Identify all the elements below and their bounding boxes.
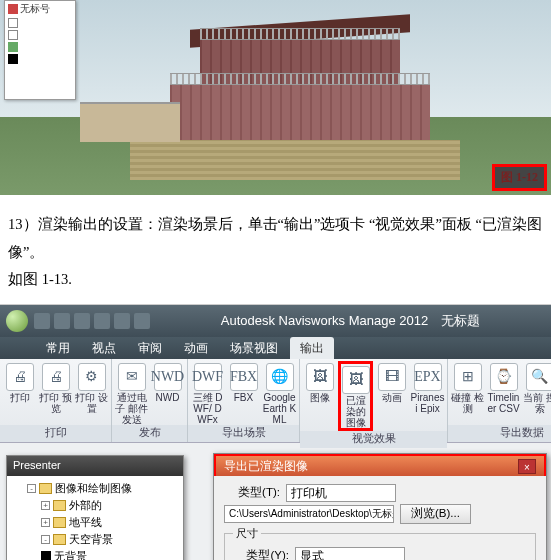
ribbon-group-导出场景: DWF三维 DWF/ DWFxFBXFBX🌐Google Earth KML导出… <box>188 359 300 442</box>
qat-icon[interactable] <box>114 313 130 329</box>
tree-item[interactable]: -天空背景 <box>13 531 177 548</box>
qat-icon[interactable] <box>74 313 90 329</box>
instr-line-1: 13）渲染输出的设置：渲染场景后，单击“输出”选项卡 “视觉效果”面板 “已渲染… <box>8 211 543 266</box>
ribbon-tabs: 常用视点审阅动画场景视图输出 <box>0 337 551 359</box>
expand-icon[interactable]: + <box>41 518 50 527</box>
ribbon-button-label: 三维 DWF/ DWFx <box>190 392 225 425</box>
ribbon-button-label: 打印 设置 <box>74 392 109 414</box>
tab-输出[interactable]: 输出 <box>290 337 334 359</box>
mini-item-label: 无标号 <box>20 2 50 16</box>
expand-icon[interactable]: - <box>41 535 50 544</box>
ribbon-icon: ⌚ <box>490 363 518 391</box>
tree-item-label: 天空背景 <box>69 532 113 547</box>
ribbon-button[interactable]: 🔍当前 搜索 <box>522 361 551 425</box>
ribbon-icon: 🔍 <box>526 363 552 391</box>
ribbon-group-name: 打印 <box>0 425 111 442</box>
ribbon-group-导出数据: ⊞碰撞 检测⌚Timeliner CSV🔍当前 搜索📋视点 集导出数据 <box>448 359 551 442</box>
ribbon-group-视觉效果: 🖼图像🖼已渲染的 图像🎞动画EPXPiranesi Epix视觉效果 <box>300 359 448 442</box>
rendered-house-figure: 无标号 图 1-12 <box>0 0 551 195</box>
ribbon-icon: 🌐 <box>266 363 294 391</box>
tab-常用[interactable]: 常用 <box>36 337 80 359</box>
ribbon-icon: DWF <box>194 363 222 391</box>
titlebar: Autodesk Navisworks Manage 2012 无标题 <box>0 305 551 337</box>
ribbon-icon: NWD <box>154 363 182 391</box>
qat-icon[interactable] <box>134 313 150 329</box>
tree-item[interactable]: +地平线 <box>13 514 177 531</box>
folder-icon <box>41 551 51 560</box>
folder-icon <box>53 500 66 511</box>
presenter-panel: Presenter -图像和绘制图像+外部的+地平线-天空背景无背景 渲染 停止 <box>6 455 184 560</box>
close-icon[interactable]: × <box>518 459 536 474</box>
ribbon-icon: FBX <box>230 363 258 391</box>
instr-line-2: 如图 1-13. <box>8 266 543 294</box>
ribbon-button-label: 打印 <box>10 392 30 403</box>
ribbon-group-发布: ✉通过电子 邮件发送NWDNWD发布 <box>112 359 188 442</box>
tab-动画[interactable]: 动画 <box>174 337 218 359</box>
ribbon-button[interactable]: 🎞动画 <box>374 361 409 431</box>
path-field[interactable]: C:\Users\Administrator\Desktop\无标题.nwf <box>224 505 394 523</box>
ribbon-button-label: 已渲染的 图像 <box>341 395 370 428</box>
tree-item[interactable]: -图像和绘制图像 <box>13 480 177 497</box>
size-legend: 尺寸 <box>233 526 261 541</box>
size-type-label: 类型(Y): <box>233 548 289 560</box>
tree-item[interactable]: 无背景 <box>13 548 177 560</box>
app-menu-orb[interactable] <box>6 310 28 332</box>
ribbon-group-name: 导出场景 <box>188 425 299 442</box>
ribbon-button[interactable]: ⚙打印 设置 <box>74 361 109 425</box>
ribbon-button-label: 图像 <box>310 392 330 403</box>
ribbon-button[interactable]: 🖨打印 <box>2 361 37 425</box>
tree-item[interactable]: +外部的 <box>13 497 177 514</box>
ribbon-icon: 🖨 <box>42 363 70 391</box>
ribbon-icon: 🖨 <box>6 363 34 391</box>
tree-item-label: 图像和绘制图像 <box>55 481 132 496</box>
mini-tree-panel: 无标号 <box>4 0 76 100</box>
ribbon-button[interactable]: NWDNWD <box>150 361 185 425</box>
ribbon-icon: EPX <box>414 363 442 391</box>
size-fieldset: 尺寸 类型(Y): 显式 宽度(W): 680 高度(H): 547 确定 <box>224 526 536 560</box>
ribbon-group-name: 导出数据 <box>448 425 551 442</box>
qat-icon[interactable] <box>34 313 50 329</box>
expand-icon[interactable]: - <box>27 484 36 493</box>
ribbon-button[interactable]: 🌐Google Earth KML <box>262 361 297 425</box>
ribbon-group-name: 发布 <box>112 425 187 442</box>
ribbon-button-label: 碰撞 检测 <box>450 392 485 414</box>
presenter-title: Presenter <box>7 456 183 476</box>
ribbon-button-label: NWD <box>156 392 180 403</box>
tab-视点[interactable]: 视点 <box>82 337 126 359</box>
app-title: Autodesk Navisworks Manage 2012 无标题 <box>156 312 545 330</box>
figure-label-top: 图 1-12 <box>492 164 547 191</box>
ribbon-button-label: Google Earth KML <box>262 392 297 425</box>
ribbon-group-name: 视觉效果 <box>300 431 447 448</box>
ribbon-icon: 🎞 <box>378 363 406 391</box>
ribbon-button[interactable]: ✉通过电子 邮件发送 <box>114 361 149 425</box>
presenter-tree[interactable]: -图像和绘制图像+外部的+地平线-天空背景无背景 <box>7 476 183 560</box>
ribbon-button[interactable]: 🖼已渲染的 图像 <box>338 361 373 431</box>
size-type-dropdown[interactable]: 显式 <box>295 547 405 560</box>
quick-access-toolbar[interactable] <box>34 313 150 329</box>
ribbon-button[interactable]: ⌚Timeliner CSV <box>486 361 521 425</box>
type-dropdown[interactable]: 打印机 <box>286 484 396 502</box>
expand-icon[interactable]: + <box>41 501 50 510</box>
ribbon-icon: ⚙ <box>78 363 106 391</box>
ribbon-icon: 🖼 <box>306 363 334 391</box>
ribbon-icon: ⊞ <box>454 363 482 391</box>
ribbon-button-label: FBX <box>234 392 253 403</box>
ribbon-button-label: Piranesi Epix <box>410 392 445 414</box>
ribbon-button[interactable]: DWF三维 DWF/ DWFx <box>190 361 225 425</box>
browse-button[interactable]: 浏览(B)... <box>400 504 471 524</box>
tree-item-label: 外部的 <box>69 498 102 513</box>
tab-审阅[interactable]: 审阅 <box>128 337 172 359</box>
ribbon-icon: ✉ <box>118 363 146 391</box>
ribbon-button-label: 当前 搜索 <box>522 392 551 414</box>
tab-场景视图[interactable]: 场景视图 <box>220 337 288 359</box>
qat-icon[interactable] <box>94 313 110 329</box>
ribbon: 🖨打印🖨打印 预览⚙打印 设置打印✉通过电子 邮件发送NWDNWD发布DWF三维… <box>0 359 551 443</box>
ribbon-button[interactable]: ⊞碰撞 检测 <box>450 361 485 425</box>
ribbon-button[interactable]: 🖼图像 <box>302 361 337 431</box>
ribbon-button[interactable]: FBXFBX <box>226 361 261 425</box>
ribbon-button[interactable]: EPXPiranesi Epix <box>410 361 445 431</box>
qat-icon[interactable] <box>54 313 70 329</box>
ribbon-group-打印: 🖨打印🖨打印 预览⚙打印 设置打印 <box>0 359 112 442</box>
ribbon-button[interactable]: 🖨打印 预览 <box>38 361 73 425</box>
tree-item-label: 地平线 <box>69 515 102 530</box>
